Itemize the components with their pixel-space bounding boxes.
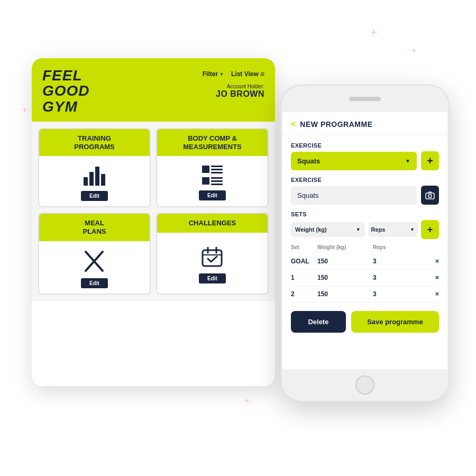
logo-text: FEELGOODGYM [42, 68, 90, 114]
screen-title: NEW PROGRAMME [300, 120, 372, 129]
sets-controls-row: Weight (kg) ▼ Reps ▼ + [291, 220, 439, 239]
svg-rect-6 [426, 193, 434, 199]
decorative-plus-5: + [22, 106, 27, 114]
exercise2-label: Exercise [291, 177, 439, 183]
exercise2-input[interactable]: Squats [291, 186, 417, 205]
exercise2-section: Exercise Squats [291, 177, 439, 205]
card-title-training: TRAINING PROGRAMS [39, 129, 150, 156]
screen-header: < NEW PROGRAMME [282, 112, 447, 135]
card-body-challenges: Edit [194, 233, 231, 294]
logo: FEELGOODGYM [42, 68, 90, 114]
filter-arrow-icon: ▼ [219, 72, 224, 77]
fork-knife-icon [83, 250, 106, 273]
exercise1-section: Exercise Squats ▼ + [291, 142, 439, 170]
sets-weight-chevron-icon: ▼ [356, 227, 361, 232]
sets-section: SETS Weight (kg) ▼ Reps ▼ + Set Weight ( [291, 211, 439, 303]
exercise1-label: Exercise [291, 142, 439, 149]
card-body-training: Edit [76, 156, 113, 206]
phone-screen: < NEW PROGRAMME Exercise Squats ▼ + Exer… [282, 112, 447, 369]
sets-reps-chevron-icon: ▼ [410, 227, 415, 232]
tablet-grid: TRAINING PROGRAMS Edit BODY COMP & MEASU… [32, 122, 275, 300]
camera-button[interactable] [421, 186, 439, 205]
remove-set2-button[interactable]: × [428, 290, 439, 298]
set-row-goal: GOAL 150 3 × [291, 253, 439, 270]
account-name: JO BROWN [216, 89, 264, 99]
remove-goal-button[interactable]: × [428, 258, 439, 265]
decorative-plus-1: + [370, 26, 377, 38]
exercise1-row: Squats ▼ + [291, 151, 439, 170]
sets-weight-select[interactable]: Weight (kg) ▼ [291, 222, 365, 237]
phone-speaker [349, 97, 381, 101]
sets-table-header: Set Weight (kg) Reps [291, 243, 439, 251]
edit-meal-button[interactable]: Edit [81, 278, 108, 288]
account-holder-label: Account Holder: [227, 84, 264, 89]
phone-home-button[interactable] [355, 376, 374, 395]
set-row-2: 2 150 3 × [291, 286, 439, 303]
sets-add-button[interactable]: + [421, 220, 439, 239]
remove-set1-button[interactable]: × [428, 274, 439, 281]
sets-reps-select[interactable]: Reps ▼ [368, 222, 418, 237]
bar-chart-icon [84, 164, 105, 186]
header-right: Filter ▼ List View ≡ Account Holder: JO … [203, 68, 264, 99]
card-body-meal: Edit [76, 241, 113, 294]
exercise1-chevron-icon: ▼ [405, 158, 410, 164]
edit-training-button[interactable]: Edit [81, 191, 108, 201]
exercise1-select[interactable]: Squats ▼ [291, 152, 417, 170]
phone-bottom-bar [281, 369, 448, 401]
card-title-bodycomp: BODY COMP & MEASUREMENTS [157, 129, 268, 156]
save-programme-button[interactable]: Save programme [351, 311, 439, 333]
list-view-icon: ≡ [260, 70, 264, 78]
card-challenges[interactable]: CHALLENGES Edit [156, 213, 269, 294]
phone-top-bar [281, 86, 448, 112]
back-arrow-icon[interactable]: < [291, 120, 296, 129]
screen-body: Exercise Squats ▼ + Exercise Squats [282, 135, 447, 345]
decorative-plus-2: + [411, 47, 416, 55]
set-row-1: 1 150 3 × [291, 270, 439, 286]
svg-point-7 [428, 194, 432, 197]
filter-bar: Filter ▼ List View ≡ [203, 70, 264, 78]
calendar-check-icon [201, 246, 223, 268]
tablet-header: FEELGOODGYM Filter ▼ List View ≡ Account… [32, 58, 275, 122]
card-meal-plans[interactable]: MEAL PLANS Edit [38, 213, 151, 294]
sets-label: SETS [291, 211, 439, 217]
filter-button[interactable]: Filter ▼ [203, 70, 224, 78]
card-title-meal: MEAL PLANS [39, 214, 150, 241]
svg-rect-2 [203, 250, 222, 266]
card-body-comp[interactable]: BODY COMP & MEASUREMENTS [156, 128, 269, 207]
news-icon [202, 166, 223, 185]
card-training-programs[interactable]: TRAINING PROGRAMS Edit [38, 128, 151, 207]
edit-bodycomp-button[interactable]: Edit [199, 190, 226, 200]
card-body-bodycomp: Edit [194, 156, 231, 206]
exercise2-row: Squats [291, 186, 439, 205]
list-view-button[interactable]: List View ≡ [231, 70, 264, 78]
card-title-challenges: CHALLENGES [157, 214, 268, 233]
edit-challenges-button[interactable]: Edit [199, 273, 226, 283]
phone: < NEW PROGRAMME Exercise Squats ▼ + Exer… [280, 85, 450, 402]
tablet: FEELGOODGYM Filter ▼ List View ≡ Account… [32, 58, 275, 386]
action-buttons: Delete Save programme [291, 311, 439, 338]
delete-button[interactable]: Delete [291, 311, 346, 333]
exercise1-add-button[interactable]: + [421, 151, 439, 170]
decorative-plus-4: + [244, 397, 249, 405]
